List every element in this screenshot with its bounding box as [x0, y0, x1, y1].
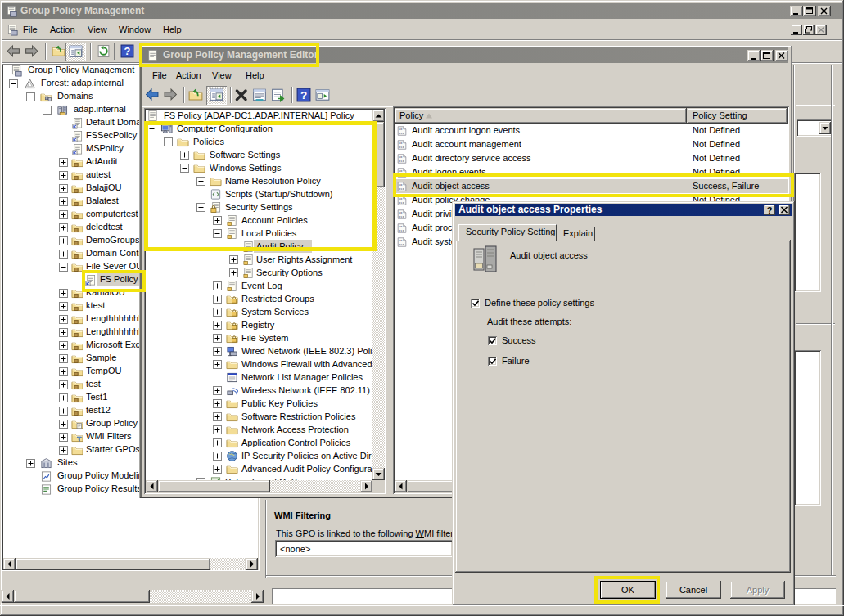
svg-text:010: 010	[399, 243, 405, 246]
svg-text:?: ?	[124, 45, 131, 57]
svg-text:010: 010	[399, 132, 405, 135]
svg-text:?: ?	[300, 89, 307, 101]
svg-text:10: 10	[399, 225, 403, 228]
svg-text:10: 10	[399, 169, 403, 173]
svg-text:10: 10	[399, 155, 403, 159]
svg-text:010: 010	[399, 215, 405, 218]
svg-text:10: 10	[399, 128, 403, 131]
svg-text:10: 10	[399, 211, 403, 214]
svg-text:?: ?	[767, 205, 773, 215]
svg-text:10: 10	[399, 142, 403, 145]
svg-text:010: 010	[399, 229, 405, 232]
svg-text:010: 010	[399, 160, 405, 163]
svg-text:10: 10	[399, 239, 403, 242]
svg-text:010: 010	[399, 146, 405, 149]
svg-text:10: 10	[399, 197, 403, 200]
svg-text:010: 010	[399, 201, 405, 205]
